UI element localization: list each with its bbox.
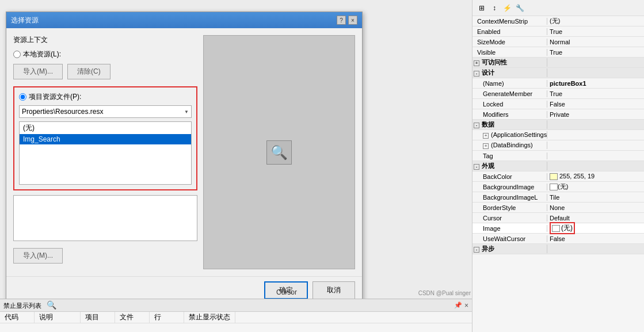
- col-desc: 说明: [35, 312, 81, 323]
- prop-name-name: (Name): [472, 80, 547, 87]
- section-appearance: -外观: [472, 161, 644, 171]
- prop-value-backcolor: 255, 255, 19: [547, 173, 644, 180]
- prop-image: Image (无): [472, 223, 644, 234]
- data-toggle[interactable]: -: [474, 123, 479, 128]
- appearance-toggle[interactable]: -: [474, 164, 479, 170]
- image-swatch: [552, 225, 560, 232]
- properties-panel: ⊞ ↕ ⚡ 🔧 ContextMenuStrip (无) Enabled Tru…: [472, 0, 644, 332]
- prop-name-borderstyle: BorderStyle: [472, 204, 547, 211]
- col-line: 行: [150, 312, 184, 323]
- resource-listbox[interactable]: (无) Img_Search: [19, 121, 192, 185]
- prop-value-locked: False: [547, 101, 644, 108]
- close-button[interactable]: ×: [348, 16, 357, 25]
- prop-value-usewaitcursor: False: [547, 235, 644, 242]
- project-radio-label: 项目资源文件(P):: [29, 92, 81, 102]
- list-item-none[interactable]: (无): [20, 122, 191, 134]
- prop-name-locked: Locked: [472, 101, 547, 108]
- list-item-img-search[interactable]: Img_Search: [20, 134, 191, 144]
- prop-value-generatemember: True: [547, 90, 644, 97]
- accessibility-toggle[interactable]: +: [474, 60, 479, 66]
- prop-name-enabled: Enabled: [472, 28, 547, 35]
- pin-icon[interactable]: 📌: [454, 302, 462, 309]
- project-resource-section: 项目资源文件(P): Properties\Resources.resx ▼ (…: [13, 86, 197, 190]
- prop-sizemode: SizeMode Normal: [472, 37, 644, 47]
- prop-value-backgroundimage: (无): [547, 182, 644, 191]
- help-button[interactable]: ?: [337, 16, 346, 25]
- prop-name-backgroundimglay: BackgroundImageL: [472, 194, 547, 201]
- async-toggle[interactable]: -: [474, 247, 479, 253]
- prop-value-contextmenustrip: (无): [547, 17, 644, 25]
- event-icon[interactable]: ⚡: [501, 2, 513, 14]
- col-project: 项目: [81, 312, 115, 323]
- prop-name-cursor: Cursor: [472, 215, 547, 222]
- import-button-bottom[interactable]: 导入(M)...: [13, 248, 63, 264]
- prop-value-visible: True: [547, 49, 644, 56]
- prop-name-appsettings: +(ApplicationSettings: [472, 131, 547, 139]
- context-label: 资源上下文: [13, 35, 197, 45]
- section-async-name: -异步: [472, 245, 547, 253]
- import-button-top[interactable]: 导入(M)...: [13, 64, 63, 79]
- bottom-header: 禁止显示列表 🔍 📌 ×: [0, 299, 472, 312]
- prop-name-prop: (Name) pictureBox1: [472, 78, 644, 89]
- prop-name-tag: Tag: [472, 152, 547, 159]
- prop-value-image: (无): [547, 222, 644, 234]
- prop-name-sizemode: SizeMode: [472, 39, 547, 45]
- prop-name-generatemember: GenerateMember: [472, 90, 547, 97]
- local-button-row: 导入(M)... 清除(C): [13, 64, 197, 79]
- section-async: -异步: [472, 244, 644, 254]
- prop-value-name: pictureBox1: [547, 80, 644, 87]
- prop-contextmenustrip: ContextMenuStrip (无): [472, 16, 644, 26]
- section-data: -数据: [472, 120, 644, 130]
- prop-value-enabled: True: [547, 28, 644, 35]
- prop-usewaitcursor: UseWaitCursor False: [472, 234, 644, 244]
- project-radio[interactable]: [19, 93, 26, 101]
- sort-icon[interactable]: ↕: [489, 2, 500, 14]
- dropdown-value: Properties\Resources.resx: [22, 108, 103, 116]
- prop-name-contextmenustrip: ContextMenuStrip: [472, 18, 547, 25]
- close-small-icon[interactable]: ×: [464, 302, 468, 310]
- prop-visible: Visible True: [472, 47, 644, 58]
- section-accessibility: +可访问性: [472, 58, 644, 68]
- prop-tag: Tag: [472, 151, 644, 161]
- prop-name-modifiers: Modifiers: [472, 111, 547, 118]
- dialog-left-panel: 资源上下文 本地资源(L): 导入(M)... 清除(C) 项目资源文件(P):: [13, 35, 197, 269]
- dialog-titlebar: 选择资源 ? ×: [6, 12, 362, 28]
- prop-appsettings: +(ApplicationSettings: [472, 130, 644, 140]
- local-radio[interactable]: [13, 51, 21, 58]
- cancel-button[interactable]: 取消: [313, 281, 355, 299]
- import-btn-row: 导入(M)...: [13, 248, 197, 264]
- local-radio-label: 本地资源(L):: [23, 49, 61, 59]
- bottom-section-label: 禁止显示列表 🔍: [3, 300, 56, 310]
- settings-icon[interactable]: 🔧: [514, 2, 525, 14]
- preview-area: 🔍: [203, 35, 355, 269]
- bottom-error-section: 禁止显示列表 🔍 📌 × 代码 说明 项目 文件 行 禁止显示状态: [0, 299, 472, 332]
- prop-modifiers: Modifiers Private: [472, 109, 644, 120]
- design-toggle[interactable]: -: [474, 71, 479, 77]
- prop-name-usewaitcursor: UseWaitCursor: [472, 235, 547, 242]
- prop-borderstyle: BorderStyle None: [472, 203, 644, 213]
- backcolor-swatch: [550, 173, 558, 180]
- appsettings-toggle[interactable]: +: [483, 133, 489, 139]
- extra-listbox: [13, 195, 197, 241]
- resource-dropdown[interactable]: Properties\Resources.resx ▼: [19, 105, 192, 118]
- prop-backgroundimglay: BackgroundImageL Tile: [472, 192, 644, 203]
- backgroundimage-swatch: [550, 184, 558, 190]
- section-design-name: -设计: [472, 68, 547, 77]
- databindings-toggle[interactable]: +: [483, 143, 489, 149]
- section-accessibility-name: +可访问性: [472, 58, 547, 67]
- prop-name-databindings: +(DataBindings): [472, 142, 547, 149]
- dialog-content: 资源上下文 本地资源(L): 导入(M)... 清除(C) 项目资源文件(P):: [6, 28, 362, 276]
- clear-button[interactable]: 清除(C): [67, 64, 110, 79]
- prop-locked: Locked False: [472, 99, 644, 109]
- prop-backcolor: BackColor 255, 255, 19: [472, 171, 644, 182]
- prop-name-image: Image: [472, 225, 547, 232]
- prop-value-borderstyle: None: [547, 204, 644, 211]
- prop-enabled: Enabled True: [472, 26, 644, 37]
- col-headers: 代码 说明 项目 文件 行 禁止显示状态: [0, 312, 472, 323]
- prop-name-backgroundimage: BackgroundImage: [472, 184, 547, 190]
- prop-databindings: +(DataBindings): [472, 140, 644, 151]
- prop-generatemember: GenerateMember True: [472, 89, 644, 99]
- grid-icon[interactable]: ⊞: [476, 2, 487, 14]
- prop-backgroundimage: BackgroundImage (无): [472, 182, 644, 192]
- prop-value-sizemode: Normal: [547, 39, 644, 45]
